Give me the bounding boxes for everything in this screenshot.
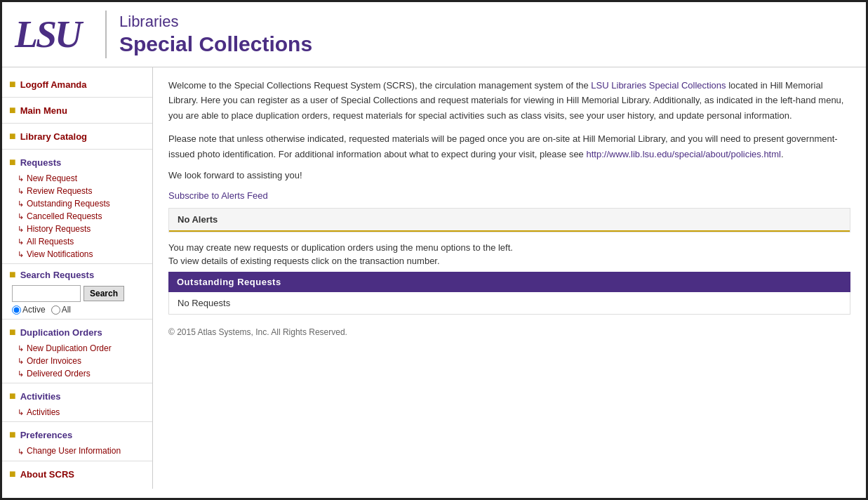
change-user-info-link[interactable]: Change User Information [27,446,121,456]
view-notifications-link[interactable]: View Notifications [27,249,93,259]
we-look-text: We look forward to assisting you! [168,170,850,180]
footer-text: © 2015 Atlas Systems, Inc. All Rights Re… [168,327,347,337]
alerts-header: No Alerts [169,209,850,232]
search-radio-row: Active All [9,305,145,315]
bullet-icon-mainmenu: ■ [9,104,16,117]
sidebar-item-change-user-info[interactable]: ↳ Change User Information [2,445,152,458]
cancelled-requests-link[interactable]: Cancelled Requests [27,211,102,221]
bullet-icon-requests: ■ [9,156,16,169]
arrow-icon-new-request: ↳ [18,174,24,183]
header-divider [105,11,107,58]
radio-active[interactable] [12,305,21,315]
delivered-orders-link[interactable]: Delivered Orders [27,369,91,379]
sidebar-item-activities[interactable]: ↳ Activities [2,406,152,419]
sidebar-item-review-requests[interactable]: ↳ Review Requests [2,185,152,197]
sidebar-title-duplication: ■ Duplication Orders [2,322,152,342]
arrow-icon-review: ↳ [18,187,24,196]
bullet-icon-search: ■ [9,268,16,281]
sidebar-title-activities: ■ Activities [2,386,152,406]
sidebar-item-logoff[interactable]: ■ Logoff Amanda [2,74,152,94]
sidebar-section-activities: ■ Activities ↳ Activities [2,383,152,422]
content-area: Welcome to the Special Collections Reque… [153,67,866,489]
lsu-logo-text: LSU [15,15,80,53]
sidebar-item-view-notifications[interactable]: ↳ View Notifications [2,248,152,261]
new-request-link[interactable]: New Request [27,173,77,183]
sidebar-item-history-requests[interactable]: ↳ History Requests [2,223,152,235]
bullet-icon-duplication: ■ [9,326,16,338]
arrow-icon-invoices: ↳ [18,357,24,366]
sidebar-section-about: ■ About SCRS [2,461,152,487]
note-paragraph: Please note that unless otherwise indica… [168,131,850,162]
policy-link[interactable]: http://www.lib.lsu.edu/special/about/pol… [586,149,780,159]
subscribe-link[interactable]: Subscribe to Alerts Feed [168,190,268,201]
arrow-icon-activities: ↳ [18,408,24,417]
new-duplication-link[interactable]: New Duplication Order [27,343,112,353]
sidebar-item-cancelled-requests[interactable]: ↳ Cancelled Requests [2,210,152,223]
lsu-libraries-link[interactable]: LSU Libraries Special Collections [591,80,726,91]
header-title: Libraries Special Collections [119,12,312,58]
info-line-2: To view details of existing requests cli… [168,256,850,266]
main-layout: ■ Logoff Amanda ■ Main Menu ■ Library Ca… [2,67,866,489]
sidebar-title-search: ■ Search Requests [9,268,145,281]
sidebar-title-requests: ■ Requests [2,152,152,172]
sidebar-item-new-request[interactable]: ↳ New Request [2,172,152,185]
radio-all[interactable] [51,305,60,315]
sidebar-section-logoff: ■ Logoff Amanda [2,72,152,98]
sidebar-item-all-requests[interactable]: ↳ All Requests [2,235,152,248]
arrow-icon-all: ↳ [18,237,24,246]
arrow-icon-delivered: ↳ [18,369,24,379]
arrow-icon-history: ↳ [18,225,24,234]
alerts-box: No Alerts [168,208,850,232]
logoff-link[interactable]: Logoff Amanda [20,79,87,90]
activities-link[interactable]: Activities [27,407,60,417]
arrow-icon-preferences: ↳ [18,447,24,456]
arrow-icon-outstanding: ↳ [18,199,24,209]
header-title-bottom: Special Collections [119,32,312,57]
header: LSU Libraries Special Collections [2,2,866,67]
sidebar-item-outstanding-requests[interactable]: ↳ Outstanding Requests [2,197,152,210]
no-requests-text: No Requests [178,298,230,308]
welcome-paragraph: Welcome to the Special Collections Reque… [168,78,850,123]
bullet-icon-about: ■ [9,468,16,480]
lsu-logo: LSU [15,15,80,53]
main-menu-link[interactable]: Main Menu [20,105,67,116]
search-input[interactable] [12,285,81,302]
arrow-icon-cancelled: ↳ [18,212,24,221]
sidebar-section-preferences: ■ Preferences ↳ Change User Information [2,422,152,461]
info-line-1: You may create new requests or duplicati… [168,242,850,253]
sidebar-item-delivered-orders[interactable]: ↳ Delivered Orders [2,367,152,380]
duplication-label: Duplication Orders [20,327,102,338]
footer: © 2015 Atlas Systems, Inc. All Rights Re… [168,327,850,337]
requests-label: Requests [20,157,62,168]
all-requests-link[interactable]: All Requests [27,237,74,246]
radio-all-label[interactable]: All [51,305,71,315]
sidebar-item-catalog[interactable]: ■ Library Catalog [2,126,152,146]
outstanding-requests-table: Outstanding Requests No Requests [168,272,850,315]
sidebar-item-mainmenu[interactable]: ■ Main Menu [2,100,152,120]
arrow-icon-new-dup: ↳ [18,344,24,353]
activities-label: Activities [20,391,61,402]
bullet-icon-activities: ■ [9,390,16,402]
preferences-label: Preferences [20,430,72,440]
arrow-icon-notifications: ↳ [18,250,24,259]
sidebar-section-duplication: ■ Duplication Orders ↳ New Duplication O… [2,320,152,383]
sidebar-item-about[interactable]: ■ About SCRS [2,464,152,484]
about-scrs-link[interactable]: About SCRS [20,469,74,480]
radio-active-label[interactable]: Active [12,305,46,315]
sidebar-section-search: ■ Search Requests Search Active All [2,264,152,320]
history-requests-link[interactable]: History Requests [27,224,91,234]
review-requests-link[interactable]: Review Requests [27,186,92,196]
order-invoices-link[interactable]: Order Invoices [27,356,81,366]
bullet-icon-catalog: ■ [9,130,16,143]
sidebar-title-preferences: ■ Preferences [2,425,152,445]
outstanding-requests-header: Outstanding Requests [168,272,850,292]
search-button[interactable]: Search [84,286,124,301]
sidebar-section-catalog: ■ Library Catalog [2,124,152,150]
sidebar-section-requests: ■ Requests ↳ New Request ↳ Review Reques… [2,150,152,264]
outstanding-requests-body: No Requests [168,292,850,315]
sidebar-item-new-duplication[interactable]: ↳ New Duplication Order [2,342,152,355]
sidebar-item-order-invoices[interactable]: ↳ Order Invoices [2,355,152,367]
library-catalog-link[interactable]: Library Catalog [20,131,87,142]
outstanding-requests-link[interactable]: Outstanding Requests [27,199,110,209]
header-title-top: Libraries [119,12,312,32]
